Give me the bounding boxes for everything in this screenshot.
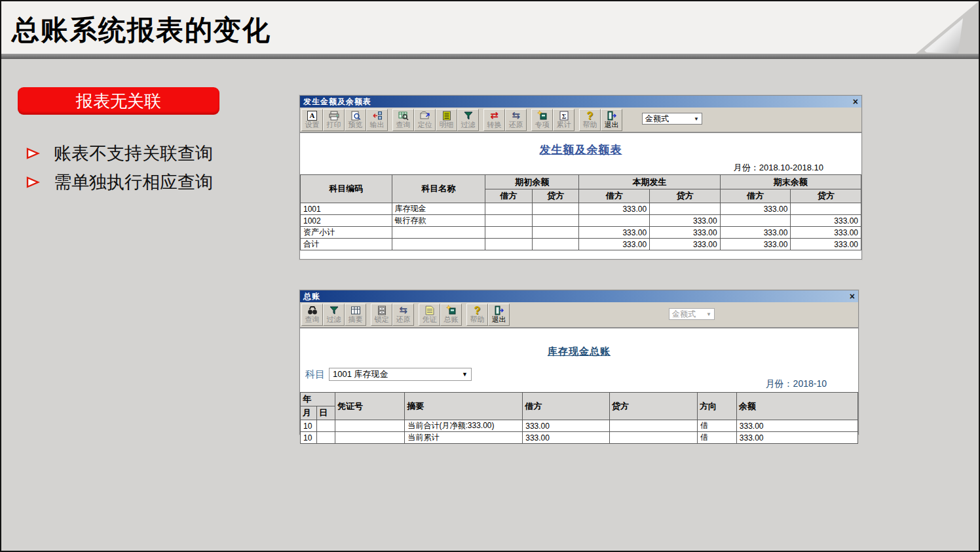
table-row: 10当前累计333.00借333.00 [301, 432, 858, 444]
filter-button[interactable]: 过滤 [457, 109, 479, 131]
voucher-button[interactable]: 凭证 [419, 304, 440, 326]
toolbar-button-label: 过滤 [327, 315, 341, 324]
toolbar-button-label: 专项 [535, 121, 550, 129]
restore-icon: ⇆ [512, 110, 520, 121]
period-label: 月份：2018.10-2018.10 [734, 162, 823, 174]
status-badge: 报表无关联 [18, 87, 219, 115]
table-cell [532, 215, 579, 227]
arrow-bullet-icon [26, 147, 41, 160]
summary-button[interactable]: 摘要 [345, 304, 366, 326]
printer-button[interactable]: 打印 [323, 109, 345, 131]
detail-button[interactable]: 明细 [436, 109, 457, 131]
table-cell: 333.00 [579, 239, 650, 250]
bullet-text: 需单独执行相应查询 [54, 170, 213, 194]
toolbar-group: ?帮助退出 [466, 304, 510, 326]
column-header: 借方 [523, 393, 609, 420]
toolbar-button-label: 凭证 [423, 315, 437, 324]
query-table-button[interactable]: 查询 [392, 109, 414, 131]
table-cell: 333.00 [791, 227, 861, 239]
page-curl-icon [922, 18, 963, 54]
sum-button[interactable]: Σ累计 [553, 109, 575, 131]
format-select[interactable]: 金额式 ▼ [669, 308, 715, 320]
svg-text:Σ: Σ [561, 112, 566, 119]
table-cell: 借 [698, 420, 737, 432]
table-cell: 当前累计 [405, 432, 523, 444]
toolbar-button-label: 还原 [509, 121, 523, 129]
column-header: 科目编码 [301, 175, 392, 203]
table-row: 合计333.00333.00333.00333.00 [301, 239, 861, 250]
header-divider [1, 54, 979, 59]
column-header: 月 [301, 406, 317, 420]
table-cell [532, 227, 579, 239]
table-cell [609, 432, 697, 444]
restore-button[interactable]: ⇆还原 [392, 304, 414, 326]
export-button[interactable]: 输出 [366, 109, 388, 131]
help-button[interactable]: ?帮助 [579, 109, 601, 131]
subject-row: 科目 1001 库存现金 ▼ [305, 368, 472, 381]
font-settings-button[interactable]: A设置 [301, 109, 323, 131]
format-select-value: 金额式 [672, 309, 696, 320]
table-cell: 合计 [301, 239, 392, 250]
help-button[interactable]: ?帮助 [466, 304, 488, 326]
lock-button[interactable]: 锁定 [371, 304, 392, 326]
table-cell [485, 215, 532, 227]
locate-button[interactable]: 定位 [414, 109, 436, 131]
table-row: 1002银行存款333.00333.00 [301, 215, 861, 227]
ledger-icon [446, 305, 457, 315]
table-cell: 333.00 [579, 203, 650, 215]
binoculars-button[interactable]: 查询 [301, 304, 323, 326]
table-cell: 借 [698, 432, 737, 444]
table-cell: 333.00 [579, 227, 650, 239]
toolbar-group: 查询定位明细过滤 [392, 109, 479, 131]
table-cell [485, 239, 532, 250]
column-header: 贷方 [791, 189, 861, 203]
titlebar[interactable]: 发生金额及余额表 × [300, 96, 861, 108]
table-cell: 333.00 [736, 432, 857, 444]
toolbar-button-label: 帮助 [583, 121, 597, 129]
column-header: 贷方 [650, 189, 721, 203]
help-icon: ? [474, 305, 481, 315]
binoculars-icon [307, 305, 318, 315]
table-cell [720, 215, 791, 227]
special-button[interactable]: 专项 [531, 109, 553, 131]
titlebar[interactable]: 总账 × [300, 290, 858, 302]
font-settings-icon: A [307, 110, 317, 121]
table-row: 10当前合计(月净额:333.00)333.00借333.00 [301, 420, 858, 432]
table-cell: 333.00 [720, 227, 791, 239]
sum-icon: Σ [559, 110, 569, 121]
toolbar-group: ⇄转换⇆还原 [483, 109, 527, 131]
preview-button[interactable]: 预览 [345, 109, 366, 131]
toolbar-button-label: 过滤 [461, 121, 476, 129]
close-icon[interactable]: × [850, 292, 855, 301]
convert-button[interactable]: ⇄转换 [483, 109, 505, 131]
filter-icon [329, 305, 339, 315]
column-header: 方向 [698, 393, 737, 420]
toolbar-button-label: 退出 [605, 121, 619, 129]
toolbar-button-label: 定位 [418, 121, 432, 129]
table-cell [335, 432, 405, 444]
bullet-list: 账表不支持关联查询 需单独执行相应查询 [26, 139, 213, 197]
subject-label: 科目 [305, 368, 325, 381]
subject-select[interactable]: 1001 库存现金 ▼ [329, 368, 472, 381]
voucher-icon [424, 305, 435, 315]
restore-button[interactable]: ⇆还原 [505, 109, 527, 131]
table-cell: 333.00 [650, 215, 721, 227]
convert-icon: ⇄ [490, 110, 499, 121]
table-header-row: 年 凭证号 摘要 借方 贷方 方向 余额 [301, 393, 858, 406]
table-cell: 银行存款 [392, 215, 485, 227]
column-group-header: 本期发生 [579, 175, 720, 189]
toolbar-group: 专项Σ累计 [531, 109, 575, 131]
ledger-button[interactable]: 总账 [440, 304, 462, 326]
exit-button[interactable]: 退出 [488, 304, 510, 326]
close-icon[interactable]: × [853, 97, 858, 106]
toolbar: 查询过滤摘要锁定⇆还原凭证总账?帮助退出 [300, 302, 858, 328]
exit-button[interactable]: 退出 [601, 109, 622, 131]
printer-icon [329, 110, 339, 121]
toolbar-group: 凭证总账 [419, 304, 462, 326]
help-icon: ? [587, 110, 594, 121]
filter-button[interactable]: 过滤 [323, 304, 345, 326]
table-cell: 资产小计 [301, 227, 392, 239]
locate-icon [420, 110, 430, 121]
table-cell [650, 203, 721, 215]
format-select[interactable]: 金额式 ▼ [642, 113, 702, 125]
